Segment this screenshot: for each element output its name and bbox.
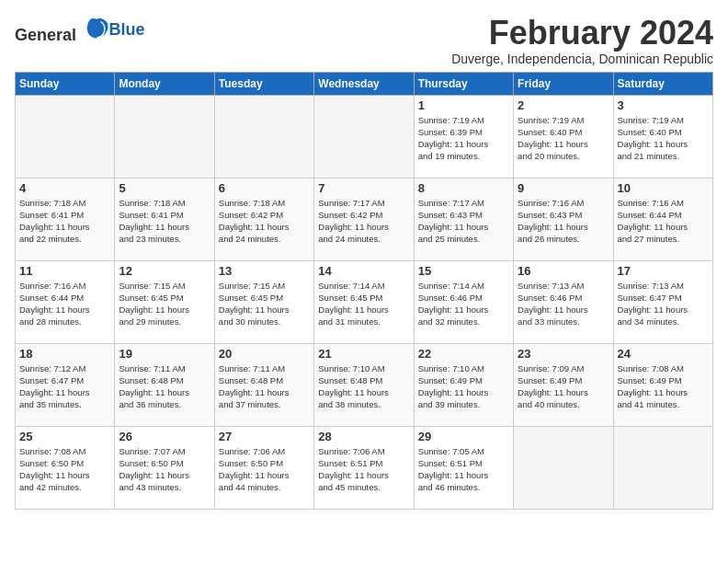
table-row: 19Sunrise: 7:11 AM Sunset: 6:48 PM Dayli…	[115, 343, 214, 426]
logo-general: General	[15, 26, 76, 44]
table-row: 16Sunrise: 7:13 AM Sunset: 6:46 PM Dayli…	[514, 260, 613, 343]
day-info: Sunrise: 7:10 AM Sunset: 6:48 PM Dayligh…	[318, 362, 409, 411]
table-row: 10Sunrise: 7:16 AM Sunset: 6:44 PM Dayli…	[613, 178, 712, 260]
day-number: 23	[518, 347, 609, 361]
day-number: 14	[318, 264, 409, 278]
table-row: 15Sunrise: 7:14 AM Sunset: 6:46 PM Dayli…	[414, 260, 513, 343]
table-row: 12Sunrise: 7:15 AM Sunset: 6:45 PM Dayli…	[115, 260, 214, 343]
day-info: Sunrise: 7:19 AM Sunset: 6:40 PM Dayligh…	[618, 114, 709, 163]
day-number: 29	[418, 430, 509, 443]
table-row: 5Sunrise: 7:18 AM Sunset: 6:41 PM Daylig…	[115, 178, 214, 260]
day-number: 10	[618, 181, 709, 195]
day-number: 3	[618, 98, 709, 112]
table-row: 2Sunrise: 7:19 AM Sunset: 6:40 PM Daylig…	[514, 95, 613, 178]
day-info: Sunrise: 7:15 AM Sunset: 6:45 PM Dayligh…	[119, 280, 210, 328]
title-area: February 2024 Duverge, Independencia, Do…	[451, 15, 713, 66]
table-row	[115, 95, 214, 178]
day-info: Sunrise: 7:16 AM Sunset: 6:43 PM Dayligh…	[518, 197, 609, 246]
day-number: 11	[19, 264, 110, 278]
day-info: Sunrise: 7:18 AM Sunset: 6:41 PM Dayligh…	[19, 197, 110, 246]
table-row: 21Sunrise: 7:10 AM Sunset: 6:48 PM Dayli…	[314, 343, 414, 426]
calendar-table: SundayMondayTuesdayWednesdayThursdayFrid…	[15, 72, 713, 510]
day-number: 8	[418, 181, 509, 195]
day-number: 19	[119, 347, 210, 361]
table-row: 9Sunrise: 7:16 AM Sunset: 6:43 PM Daylig…	[514, 178, 613, 260]
day-number: 22	[418, 347, 509, 361]
day-info: Sunrise: 7:08 AM Sunset: 6:49 PM Dayligh…	[618, 362, 709, 411]
header-wednesday: Wednesday	[314, 72, 414, 95]
table-row: 29Sunrise: 7:05 AM Sunset: 6:51 PM Dayli…	[414, 426, 513, 509]
table-row: 20Sunrise: 7:11 AM Sunset: 6:48 PM Dayli…	[214, 343, 313, 426]
table-row: 3Sunrise: 7:19 AM Sunset: 6:40 PM Daylig…	[613, 95, 712, 178]
calendar-body: 1Sunrise: 7:19 AM Sunset: 6:39 PM Daylig…	[16, 95, 713, 509]
table-row: 27Sunrise: 7:06 AM Sunset: 6:50 PM Dayli…	[214, 426, 313, 509]
table-row: 23Sunrise: 7:09 AM Sunset: 6:49 PM Dayli…	[514, 343, 613, 426]
day-info: Sunrise: 7:16 AM Sunset: 6:44 PM Dayligh…	[19, 280, 110, 328]
day-info: Sunrise: 7:18 AM Sunset: 6:42 PM Dayligh…	[219, 197, 310, 246]
day-info: Sunrise: 7:11 AM Sunset: 6:48 PM Dayligh…	[119, 362, 210, 411]
day-number: 7	[318, 181, 409, 195]
day-info: Sunrise: 7:15 AM Sunset: 6:45 PM Dayligh…	[219, 280, 310, 328]
week-row-5: 25Sunrise: 7:08 AM Sunset: 6:50 PM Dayli…	[16, 426, 713, 509]
day-info: Sunrise: 7:07 AM Sunset: 6:50 PM Dayligh…	[119, 445, 210, 494]
day-number: 24	[618, 347, 709, 361]
day-number: 9	[518, 181, 609, 195]
day-number: 27	[219, 430, 310, 443]
day-info: Sunrise: 7:19 AM Sunset: 6:40 PM Dayligh…	[518, 114, 609, 163]
table-row: 25Sunrise: 7:08 AM Sunset: 6:50 PM Dayli…	[16, 426, 115, 509]
day-info: Sunrise: 7:19 AM Sunset: 6:39 PM Dayligh…	[418, 114, 509, 163]
table-row: 13Sunrise: 7:15 AM Sunset: 6:45 PM Dayli…	[214, 260, 313, 343]
week-row-2: 4Sunrise: 7:18 AM Sunset: 6:41 PM Daylig…	[16, 178, 713, 260]
table-row: 6Sunrise: 7:18 AM Sunset: 6:42 PM Daylig…	[214, 178, 313, 260]
day-info: Sunrise: 7:09 AM Sunset: 6:49 PM Dayligh…	[518, 362, 609, 411]
table-row: 28Sunrise: 7:06 AM Sunset: 6:51 PM Dayli…	[314, 426, 414, 509]
day-number: 18	[19, 347, 110, 361]
header-area: General Blue February 2024 Duverge, Inde…	[15, 15, 713, 66]
day-number: 12	[119, 264, 210, 278]
header-thursday: Thursday	[414, 72, 513, 95]
table-row	[314, 95, 414, 178]
day-info: Sunrise: 7:08 AM Sunset: 6:50 PM Dayligh…	[19, 445, 110, 494]
logo: General Blue	[15, 15, 145, 45]
day-info: Sunrise: 7:14 AM Sunset: 6:45 PM Dayligh…	[318, 280, 409, 328]
header-monday: Monday	[115, 72, 214, 95]
day-number: 13	[219, 264, 310, 278]
header-tuesday: Tuesday	[214, 72, 313, 95]
header-saturday: Saturday	[613, 72, 712, 95]
day-number: 17	[618, 264, 709, 278]
day-number: 6	[219, 181, 310, 195]
month-title: February 2024	[451, 15, 713, 52]
header-sunday: Sunday	[16, 72, 115, 95]
day-info: Sunrise: 7:14 AM Sunset: 6:46 PM Dayligh…	[418, 280, 509, 328]
table-row: 14Sunrise: 7:14 AM Sunset: 6:45 PM Dayli…	[314, 260, 414, 343]
day-number: 2	[518, 98, 609, 112]
location-subtitle: Duverge, Independencia, Dominican Republ…	[451, 52, 713, 66]
day-number: 28	[318, 430, 409, 443]
day-number: 20	[219, 347, 310, 361]
table-row	[514, 426, 613, 509]
calendar-header: SundayMondayTuesdayWednesdayThursdayFrid…	[16, 72, 713, 95]
day-number: 16	[518, 264, 609, 278]
day-number: 15	[418, 264, 509, 278]
table-row: 17Sunrise: 7:13 AM Sunset: 6:47 PM Dayli…	[613, 260, 712, 343]
day-info: Sunrise: 7:18 AM Sunset: 6:41 PM Dayligh…	[119, 197, 210, 246]
header-row: SundayMondayTuesdayWednesdayThursdayFrid…	[16, 72, 713, 95]
table-row: 11Sunrise: 7:16 AM Sunset: 6:44 PM Dayli…	[16, 260, 115, 343]
table-row: 4Sunrise: 7:18 AM Sunset: 6:41 PM Daylig…	[16, 178, 115, 260]
day-info: Sunrise: 7:17 AM Sunset: 6:42 PM Dayligh…	[318, 197, 409, 246]
table-row	[613, 426, 712, 509]
logo-blue: Blue	[109, 20, 145, 39]
day-info: Sunrise: 7:17 AM Sunset: 6:43 PM Dayligh…	[418, 197, 509, 246]
table-row: 24Sunrise: 7:08 AM Sunset: 6:49 PM Dayli…	[613, 343, 712, 426]
table-row	[214, 95, 313, 178]
day-info: Sunrise: 7:10 AM Sunset: 6:49 PM Dayligh…	[418, 362, 509, 411]
table-row: 18Sunrise: 7:12 AM Sunset: 6:47 PM Dayli…	[16, 343, 115, 426]
table-row: 22Sunrise: 7:10 AM Sunset: 6:49 PM Dayli…	[414, 343, 513, 426]
day-number: 26	[119, 430, 210, 443]
day-info: Sunrise: 7:16 AM Sunset: 6:44 PM Dayligh…	[618, 197, 709, 246]
week-row-1: 1Sunrise: 7:19 AM Sunset: 6:39 PM Daylig…	[16, 95, 713, 178]
day-info: Sunrise: 7:05 AM Sunset: 6:51 PM Dayligh…	[418, 445, 509, 494]
day-info: Sunrise: 7:06 AM Sunset: 6:51 PM Dayligh…	[318, 445, 409, 494]
day-number: 4	[19, 181, 110, 195]
week-row-4: 18Sunrise: 7:12 AM Sunset: 6:47 PM Dayli…	[16, 343, 713, 426]
